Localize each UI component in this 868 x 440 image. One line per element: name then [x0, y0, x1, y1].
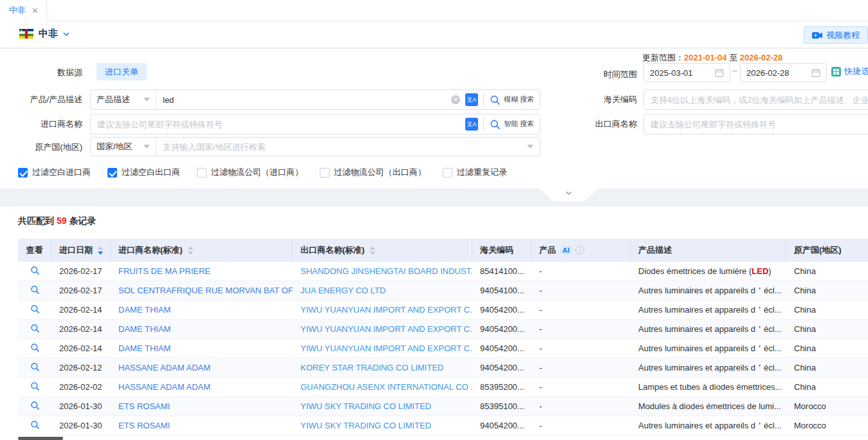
origin-type-select[interactable]: 国家/地区 — [91, 138, 156, 156]
sort-ascending-icon[interactable] — [188, 246, 193, 250]
product-keyword-input[interactable] — [156, 90, 451, 109]
translate-icon[interactable]: 文A — [465, 118, 478, 131]
column-header-importer[interactable]: 进口商名称(标准) — [111, 239, 293, 262]
horizontal-scrollbar[interactable] — [18, 437, 868, 440]
importer-link[interactable]: ETS ROSAMI — [118, 421, 170, 430]
date-start-input[interactable]: 2025-03-01 — [643, 63, 730, 82]
importer-link[interactable]: FRUITS DE MA PRIERE — [118, 266, 210, 276]
sort-control[interactable] — [370, 246, 375, 255]
clear-input-icon[interactable]: ✕ — [451, 95, 460, 104]
checkbox-unchecked-icon[interactable] — [197, 168, 207, 178]
view-record-icon[interactable] — [30, 362, 40, 372]
info-icon[interactable]: i — [575, 246, 584, 255]
cell-view[interactable] — [18, 378, 51, 396]
sort-descending-icon[interactable] — [370, 252, 375, 255]
quick-select-button[interactable]: 快捷选 — [831, 66, 868, 77]
view-record-icon[interactable] — [30, 304, 40, 314]
sort-ascending-icon[interactable] — [370, 246, 375, 250]
tab-zhongfei[interactable]: 中非 ✕ — [0, 0, 47, 21]
scrollbar-thumb[interactable] — [18, 437, 63, 440]
date-start-value: 2025-03-01 — [650, 68, 693, 78]
filter-checkbox[interactable]: 过滤空白出口商 — [107, 167, 180, 178]
cell-product: - — [531, 358, 631, 377]
filter-checkbox[interactable]: 过滤重复记录 — [443, 167, 507, 178]
filter-checkbox[interactable]: 过滤物流公司（出口商） — [320, 167, 426, 178]
exporter-name-label: 出口商名称 — [579, 118, 637, 130]
exporter-name-input[interactable] — [643, 114, 868, 134]
exporter-link[interactable]: YIWU SKY TRADING CO LIMITED — [300, 401, 431, 411]
filter-checkbox[interactable]: 过滤物流公司（进口商） — [197, 167, 303, 178]
importer-link[interactable]: HASSANE ADAM ADAM — [118, 382, 210, 392]
close-icon[interactable]: ✕ — [32, 6, 39, 15]
cell-hs: 85395200... — [472, 378, 531, 396]
fuzzy-search-button[interactable]: 模糊 搜索 — [484, 90, 540, 109]
exporter-link[interactable]: YIWU YUANYUAN IMPORT AND EXPORT C... — [300, 324, 472, 334]
translate-icon[interactable]: 文A — [465, 93, 478, 106]
country-selector[interactable]: 中非 — [19, 28, 69, 40]
cell-view[interactable] — [18, 320, 51, 338]
checkbox-checked-icon[interactable] — [107, 168, 117, 178]
cell-view[interactable] — [18, 339, 51, 358]
cell-view[interactable] — [18, 358, 51, 377]
checkbox-unchecked-icon[interactable] — [443, 168, 452, 178]
cell-origin: China — [786, 378, 868, 396]
view-record-icon[interactable] — [30, 343, 40, 353]
importer-link[interactable]: HASSANE ADAM ADAM — [118, 363, 210, 372]
cell-origin: China — [786, 320, 868, 338]
cell-desc: Autres luminaires et appareils d＇écl... — [631, 320, 786, 338]
description-text: Lampes et tubes à diodes émettrices... — [638, 382, 782, 392]
cell-view[interactable] — [18, 262, 51, 280]
cell-view[interactable] — [18, 281, 51, 300]
date-end-input[interactable]: 2026-02-28 — [740, 63, 827, 82]
sort-ascending-icon[interactable] — [98, 246, 103, 250]
importer-name-input[interactable] — [91, 115, 465, 134]
table-row: 2026-02-17FRUITS DE MA PRIERESHANDONG JI… — [18, 262, 868, 281]
cell-date: 2026-01-30 — [51, 416, 111, 435]
cell-origin: China — [786, 358, 868, 377]
importer-link[interactable]: DAME THIAM — [118, 324, 171, 334]
exporter-link[interactable]: JUA ENERGY CO LTD — [300, 286, 385, 295]
view-record-icon[interactable] — [30, 381, 40, 391]
description-text: Modules à diodes émettrices de lumi... — [638, 401, 781, 411]
view-record-icon[interactable] — [30, 266, 40, 275]
column-label-importer: 进口商名称(标准) — [118, 244, 183, 256]
column-label-view: 查看 — [26, 244, 43, 256]
filter-checkbox[interactable]: 过滤空白进口商 — [18, 167, 91, 178]
exporter-link[interactable]: YIWU YUANYUAN IMPORT AND EXPORT C... — [300, 305, 472, 315]
view-record-icon[interactable] — [30, 401, 40, 410]
sort-control[interactable] — [98, 246, 103, 255]
cell-view[interactable] — [18, 300, 51, 319]
importer-link[interactable]: ETS ROSAMI — [118, 401, 170, 411]
exporter-link[interactable]: SHANDONG JINSHENGTAI BOARD INDUST... — [300, 266, 472, 276]
origin-country-input[interactable] — [156, 138, 527, 156]
sort-control[interactable] — [188, 246, 193, 255]
sort-descending-icon[interactable] — [188, 252, 193, 255]
view-record-icon[interactable] — [30, 285, 40, 295]
column-header-date[interactable]: 进口日期 — [51, 239, 111, 262]
cell-view[interactable] — [18, 416, 51, 435]
importer-link[interactable]: SOL CENTRAFRIQUE RUE MORVAN BAT OF... — [118, 286, 293, 295]
importer-link[interactable]: DAME THIAM — [118, 344, 171, 353]
hs-code-input[interactable] — [643, 89, 868, 110]
data-source-import-declarations-button[interactable]: 进口关单 — [97, 63, 147, 80]
search-icon — [490, 119, 501, 130]
checkbox-unchecked-icon[interactable] — [320, 168, 329, 178]
exporter-link[interactable]: GUANGZHOU ASENX INTERNATIONAL CO ... — [300, 382, 472, 392]
exporter-link[interactable]: YIWU YUANYUAN IMPORT AND EXPORT C... — [300, 344, 472, 353]
video-tutorial-button[interactable]: 视频教程 — [804, 26, 868, 44]
view-record-icon[interactable] — [30, 420, 40, 430]
cell-exporter: SHANDONG JINSHENGTAI BOARD INDUST... — [293, 262, 472, 280]
cell-exporter: JUA ENERGY CO LTD — [293, 281, 472, 300]
exporter-link[interactable]: KOREY STAR TRADING CO LIMITED — [300, 363, 443, 372]
view-record-icon[interactable] — [30, 324, 40, 333]
sort-descending-icon[interactable] — [98, 252, 103, 255]
cell-view[interactable] — [18, 397, 51, 416]
column-header-exporter[interactable]: 出口商名称(标准) — [293, 239, 472, 262]
exporter-link[interactable]: YIWU SKY TRADING CO LIMITED — [300, 421, 431, 430]
importer-link[interactable]: DAME THIAM — [118, 305, 171, 315]
collapse-filters-button[interactable] — [539, 188, 598, 201]
product-type-select[interactable]: 产品描述 — [91, 90, 156, 109]
fuzzy-search-line1: 模糊 — [504, 95, 518, 103]
checkbox-checked-icon[interactable] — [18, 168, 28, 178]
smart-search-button[interactable]: 智能 搜索 — [484, 115, 540, 134]
